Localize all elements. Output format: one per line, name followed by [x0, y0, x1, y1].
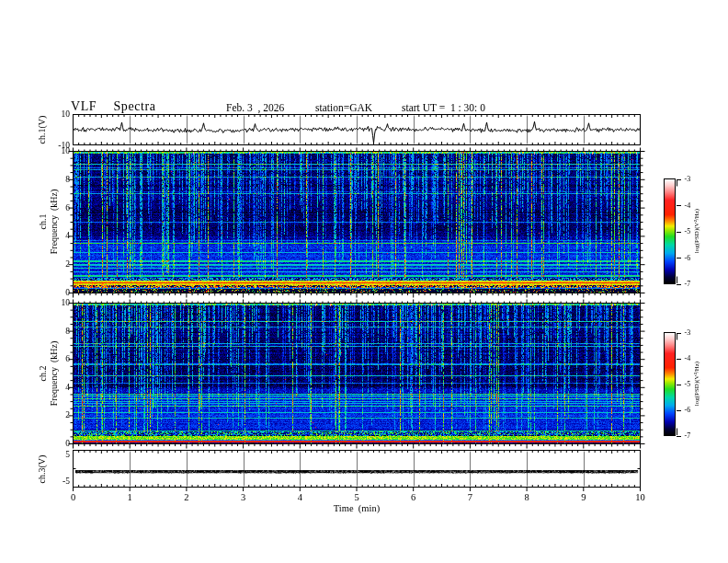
x-tick-label: 7	[468, 492, 472, 502]
x-tick-label: 8	[524, 492, 529, 502]
x-tick-label: 1	[128, 492, 132, 502]
ch2-freq-tick-label: 2	[50, 410, 70, 419]
colorbar-ch1-canvas	[665, 179, 675, 283]
colorbar2-label: log(PSD)(V²/Hz)	[693, 362, 700, 406]
ch1-freq-tick-label: 2	[50, 259, 70, 269]
station-label: station=GAK	[315, 102, 372, 113]
x-tick-label: 2	[184, 492, 188, 502]
ch1-freq-tick-label: 6	[50, 203, 70, 213]
ch1-axis-line1: ch.1	[38, 214, 48, 230]
colorbar1-tick-label: -6	[685, 254, 691, 262]
ch1-freq-tick-label: 8	[50, 175, 70, 184]
colorbar2-tick-label: -5	[685, 380, 691, 388]
ch2-freq-tick-label: 4	[50, 383, 70, 392]
colorbar2-tick-label: -7	[685, 431, 691, 440]
x-tick-label: 5	[354, 492, 358, 502]
x-tick-label: 6	[411, 492, 415, 502]
colorbar1-tick-label: -4	[685, 201, 691, 210]
ch2-axis-line1: ch.2	[38, 366, 48, 382]
x-tick-label: 10	[635, 492, 645, 502]
colorbar1-tick-label: -3	[685, 175, 691, 183]
colorbar2-tick-label: -4	[685, 354, 691, 362]
ch1-waveform-canvas	[74, 115, 640, 144]
vlf-spectra-figure: VLF Spectra Feb. 3 , 2026 station=GAK st…	[0, 0, 728, 563]
ch2-freq-tick-label: 0	[50, 439, 70, 448]
ch3-waveform-canvas	[74, 451, 640, 487]
ch1-voltage-axis-label: ch.1(V)	[37, 116, 48, 144]
x-tick-label: 3	[241, 492, 245, 502]
colorbar1-tick-label: -7	[685, 280, 691, 288]
ch1-spectrogram-canvas	[74, 152, 640, 293]
colorbar2-tick-label: -3	[685, 328, 691, 337]
ch2-freq-tick-label: 10	[50, 298, 70, 307]
x-tick-label: 4	[298, 492, 302, 502]
ch2-freq-tick-label: 6	[50, 354, 70, 363]
ch1-ymax-tick: 10	[50, 109, 70, 119]
ch3-ymin-tick: -5	[50, 477, 70, 486]
ch3-voltage-axis-label: ch.3(V)	[37, 455, 48, 484]
ch3-ymax-tick: 5	[50, 450, 70, 459]
colorbar1-label: log(PSD)(V²/Hz)	[693, 209, 700, 253]
ch1-axis-line2: Frequency (kHz)	[48, 190, 58, 255]
x-tick-label: 9	[581, 492, 586, 502]
figure-title: VLF Spectra	[71, 99, 156, 114]
start-ut-label: start UT = 1 : 30: 0	[402, 102, 485, 113]
colorbar-ch2-canvas	[665, 333, 675, 435]
ch2-axis-line2: Frequency (kHz)	[48, 341, 58, 407]
colorbar1-tick-label: -5	[685, 227, 691, 236]
ch1-freq-tick-label: 4	[50, 231, 70, 240]
ch2-spectrogram-canvas	[74, 304, 640, 443]
ch1-frequency-axis-label: ch.1Frequency (kHz)	[38, 190, 59, 255]
x-tick-label: 0	[71, 492, 75, 502]
colorbar2-tick-label: -6	[685, 406, 691, 414]
ch1-freq-tick-label: 10	[50, 146, 70, 155]
time-axis-label: Time (min)	[334, 503, 380, 513]
ch2-freq-tick-label: 8	[50, 327, 70, 336]
date-label: Feb. 3 , 2026	[226, 102, 284, 113]
ch2-frequency-axis-label: ch.2Frequency (kHz)	[38, 341, 59, 407]
ch1-freq-tick-label: 0	[50, 288, 70, 297]
